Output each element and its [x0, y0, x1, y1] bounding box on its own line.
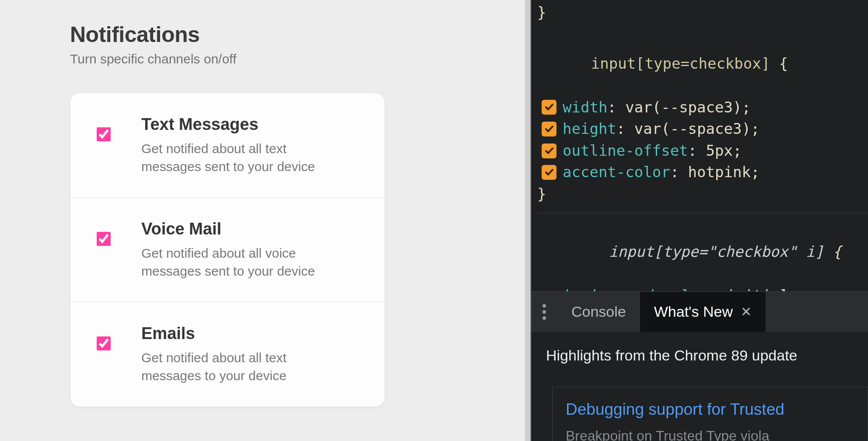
- checkbox-emails[interactable]: [97, 336, 111, 350]
- kebab-menu-icon[interactable]: [531, 304, 557, 320]
- declaration-toggle-icon[interactable]: [542, 165, 556, 180]
- declaration-toggle-icon[interactable]: [542, 144, 556, 158]
- page-title: Notifications: [70, 22, 525, 47]
- notification-row-emails: Emails Get notified about all text messa…: [70, 302, 385, 406]
- styles-pane[interactable]: } input[type=checkbox] { width: var(--sp…: [531, 0, 868, 291]
- drawer-tabs: Console What's New ✕: [531, 291, 868, 332]
- css-declaration[interactable]: outline-offset: 5px;: [537, 140, 868, 162]
- panel-splitter[interactable]: [525, 0, 531, 441]
- page-subtitle: Turn specific channels on/off: [70, 52, 525, 66]
- declaration-toggle-icon[interactable]: [542, 122, 556, 136]
- notification-row-text-messages: Text Messages Get notified about all tex…: [70, 93, 385, 198]
- declaration-toggle-icon[interactable]: [542, 100, 556, 115]
- closing-brace: }: [537, 4, 546, 21]
- preview-pane: Notifications Turn specific channels on/…: [0, 0, 525, 441]
- css-selector[interactable]: input[type=checkbox]: [591, 55, 770, 72]
- css-declaration[interactable]: accent-color: hotpink;: [537, 161, 868, 183]
- drawer-body: Highlights from the Chrome 89 update Deb…: [531, 332, 868, 441]
- notification-row-voice-mail: Voice Mail Get notified about all voice …: [70, 198, 385, 302]
- promo-subtitle: Breakpoint on Trusted Type viola: [566, 426, 854, 441]
- notification-title: Voice Mail: [141, 220, 329, 238]
- notification-desc: Get notified about all text messages to …: [141, 349, 329, 385]
- notification-title: Emails: [141, 324, 329, 343]
- tab-whats-new[interactable]: What's New ✕: [640, 292, 766, 332]
- devtools-panel: } input[type=checkbox] { width: var(--sp…: [531, 0, 868, 441]
- whats-new-headline: Highlights from the Chrome 89 update: [546, 345, 868, 367]
- notification-desc: Get notified about all text messages sen…: [141, 140, 329, 175]
- checkbox-text-messages[interactable]: [97, 127, 111, 141]
- notification-desc: Get notified about all voice messages se…: [141, 245, 329, 280]
- promo-title: Debugging support for Trusted: [566, 398, 854, 421]
- close-icon[interactable]: ✕: [741, 302, 752, 322]
- css-declaration[interactable]: width: var(--space3);: [537, 97, 868, 119]
- checkbox-voice-mail[interactable]: [97, 232, 111, 246]
- notifications-card: Text Messages Get notified about all tex…: [70, 93, 385, 407]
- notification-title: Text Messages: [141, 115, 329, 134]
- tab-console[interactable]: Console: [557, 292, 640, 332]
- css-declaration[interactable]: height: var(--space3);: [537, 118, 868, 140]
- whats-new-item[interactable]: Debugging support for Trusted Breakpoint…: [552, 387, 868, 441]
- user-agent-rule: input[type="checkbox" i] { background-co…: [537, 213, 868, 291]
- css-selector[interactable]: input[type="checkbox" i]: [609, 243, 824, 260]
